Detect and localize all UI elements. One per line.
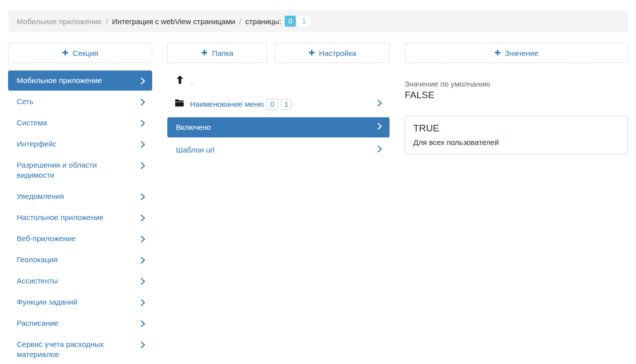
arrow-up-icon <box>176 76 183 87</box>
chevron-right-icon <box>141 193 145 203</box>
add-setting-button[interactable]: Настройка <box>275 43 390 63</box>
chevron-right-icon <box>141 235 145 245</box>
sidebar-item-geolocation[interactable]: Геолокация <box>8 250 152 270</box>
sidebar-item-label: Ассистенты <box>17 276 58 285</box>
sections-nav: Мобильное приложение Сеть Система Интерф… <box>8 70 152 364</box>
chevron-right-icon <box>141 320 145 330</box>
folder-up-item[interactable]: .. <box>167 75 390 88</box>
sidebar-item-label: Уведомления <box>17 192 64 200</box>
folder-icon <box>175 99 184 109</box>
sidebar-item-label: Сервис учета расходных материалов <box>17 340 104 358</box>
setting-item-label: Включено <box>176 123 211 131</box>
chevron-right-icon <box>141 119 145 129</box>
sidebar-item-label: Настольное приложение <box>17 213 103 222</box>
value-card-description: Для всех пользователей <box>413 138 619 147</box>
chevron-right-icon <box>141 162 145 172</box>
sidebar-item-label: Интерфейс <box>17 139 56 148</box>
add-folder-button[interactable]: Папка <box>167 43 267 63</box>
plus-icon <box>62 49 69 57</box>
settings-list: .. Наименование меню 0 1 Включено Шаблон… <box>167 75 390 160</box>
plus-icon <box>308 49 315 57</box>
sidebar-item-label: Функции заданий <box>17 298 78 306</box>
setting-item-label: Шаблон url <box>176 145 214 154</box>
breadcrumb-item-webview-integration[interactable]: Интеграция с webView страницами <box>112 17 235 26</box>
chevron-right-icon <box>377 99 382 109</box>
sidebar-item-web-app[interactable]: Веб-приложение <box>8 229 152 249</box>
sections-column: Секция Мобильное приложение Сеть Система… <box>8 43 152 364</box>
default-value-label: Значение по умолчанию <box>405 80 628 88</box>
breadcrumb-separator: / <box>239 17 241 26</box>
sidebar-item-task-functions[interactable]: Функции заданий <box>8 292 152 312</box>
chevron-right-icon <box>377 122 382 132</box>
sidebar-item-label: Расписание <box>17 319 58 327</box>
folder-up-label: .. <box>190 76 194 86</box>
sidebar-item-desktop-app[interactable]: Настольное приложение <box>8 207 152 228</box>
chevron-right-icon <box>141 214 145 224</box>
add-section-label: Секция <box>73 49 98 57</box>
chevron-right-icon <box>141 341 145 351</box>
breadcrumb-separator: / <box>106 17 108 26</box>
sidebar-item-mobile-app[interactable]: Мобильное приложение <box>8 70 152 91</box>
value-card-value: TRUE <box>413 123 619 134</box>
folder-count-badge-0[interactable]: 0 <box>267 99 278 110</box>
chevron-right-icon <box>141 277 145 287</box>
default-value: FALSE <box>405 90 628 101</box>
breadcrumb-item-pages: страницы: <box>245 17 281 26</box>
sidebar-item-label: Система <box>17 118 47 127</box>
sidebar-item-label: Мобильное приложение <box>17 76 102 85</box>
sidebar-item-label: Сеть <box>17 97 33 106</box>
sidebar-item-schedule[interactable]: Расписание <box>8 313 152 333</box>
sidebar-item-system[interactable]: Система <box>8 113 152 133</box>
add-setting-label: Настройка <box>319 49 356 57</box>
sidebar-item-network[interactable]: Сеть <box>8 92 152 112</box>
sidebar-item-interface[interactable]: Интерфейс <box>8 134 152 154</box>
chevron-right-icon <box>141 299 145 309</box>
folder-count-badge-1[interactable]: 1 <box>281 99 292 110</box>
setting-item-enabled[interactable]: Включено <box>167 117 390 137</box>
chevron-right-icon <box>141 140 145 151</box>
values-column: Значение Значение по умолчанию FALSE TRU… <box>405 43 628 364</box>
main-content: Секция Мобильное приложение Сеть Система… <box>0 43 636 364</box>
value-card-true[interactable]: TRUE Для всех пользователей <box>405 116 628 155</box>
settings-column: Папка Настройка .. Наименование меню 0 1… <box>167 43 390 364</box>
sidebar-item-label: Веб-приложение <box>17 234 76 243</box>
sidebar-item-assistants[interactable]: Ассистенты <box>8 271 152 291</box>
sidebar-item-label: Геолокация <box>17 255 57 264</box>
chevron-right-icon <box>141 256 145 266</box>
breadcrumb-item-mobile-app[interactable]: Мобильное приложение <box>17 17 102 26</box>
sidebar-item-notifications[interactable]: Уведомления <box>8 186 152 206</box>
sidebar-item-label: Разрешения и области видимости <box>17 161 97 179</box>
sidebar-item-permissions[interactable]: Разрешения и области видимости <box>8 155 152 185</box>
add-section-button[interactable]: Секция <box>8 43 152 63</box>
folder-label: Наименование меню <box>190 99 264 109</box>
settings-toolbar: Папка Настройка <box>167 43 390 63</box>
folder-item-menu-name[interactable]: Наименование меню 0 1 <box>167 94 390 115</box>
chevron-right-icon <box>141 77 145 87</box>
breadcrumb: Мобильное приложение / Интеграция с webV… <box>9 10 628 32</box>
chevron-right-icon <box>141 98 145 108</box>
plus-icon <box>201 49 208 57</box>
plus-icon <box>494 49 501 57</box>
setting-item-url-template[interactable]: Шаблон url <box>167 140 390 160</box>
chevron-right-icon <box>377 145 382 155</box>
sidebar-item-consumables-service[interactable]: Сервис учета расходных материалов <box>8 334 152 364</box>
add-value-button[interactable]: Значение <box>405 43 628 63</box>
add-folder-label: Папка <box>212 49 233 57</box>
add-value-label: Значение <box>505 49 539 57</box>
pages-badge-1[interactable]: 1 <box>298 16 309 27</box>
pages-badge-0[interactable]: 0 <box>285 16 296 27</box>
